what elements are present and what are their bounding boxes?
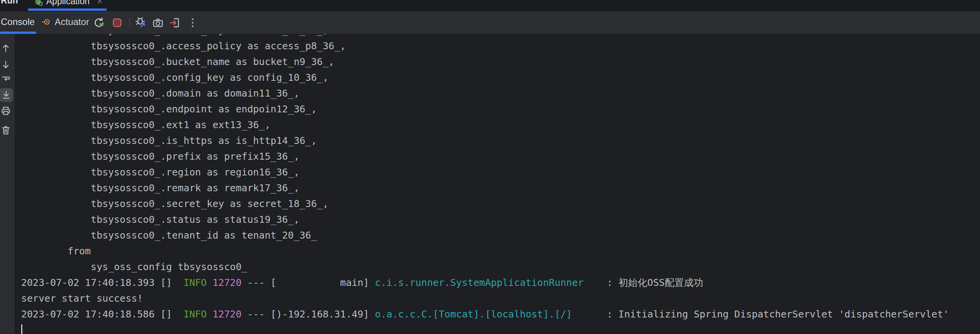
console-toolbar: Console Actuator xyxy=(0,11,980,34)
console-line: tbsysossco0_.config_key as config_10_36_… xyxy=(21,70,949,85)
tab-actuator[interactable]: Actuator xyxy=(39,11,91,34)
spring-boot-run-icon xyxy=(34,0,44,7)
text-caret xyxy=(21,324,22,334)
tab-console[interactable]: Console xyxy=(0,11,37,34)
console-line: 2023-07-02 17:40:18.393 [] INFO 12720 --… xyxy=(21,275,949,291)
clear-all-button[interactable] xyxy=(0,124,12,136)
toolbar-divider xyxy=(129,18,130,28)
console-line: tbsysossco0_.secret_key as secret_18_36_… xyxy=(21,196,949,212)
console-line: tbsysossco0_.remark as remark17_36_, xyxy=(21,180,949,196)
tool-window-title: Run xyxy=(1,0,18,6)
console-line: tbsysossco0_.access_policy as access_p8_… xyxy=(21,38,949,54)
thread-dump-button[interactable] xyxy=(151,16,164,29)
console-lines: tbsysossco0_.access_key as access_k7_36_… xyxy=(21,34,949,334)
console-output[interactable]: tbsysossco0_.access_key as access_k7_36_… xyxy=(15,34,980,334)
scroll-to-end-button[interactable] xyxy=(0,88,13,102)
stop-button[interactable] xyxy=(111,16,124,29)
console-line: tbsysossco0_.is_https as is_http14_36_, xyxy=(21,133,949,149)
console-line: sys_oss_config tbsysossco0_ xyxy=(21,259,949,275)
soft-wrap-button[interactable] xyxy=(0,73,12,85)
console-line: server start success! xyxy=(21,291,949,306)
exit-button[interactable] xyxy=(168,16,181,29)
rerun-button[interactable] xyxy=(92,16,106,29)
tab-console-label: Console xyxy=(1,17,35,27)
down-the-stack-trace-button[interactable] xyxy=(0,59,12,70)
console-line: tbsysossco0_.tenant_id as tenant_20_36_ xyxy=(21,227,949,243)
console-line: tbsysossco0_.bucket_name as bucket_n9_36… xyxy=(21,54,949,70)
run-config-tab-application[interactable]: Application xyxy=(31,0,105,11)
console-line: tbsysossco0_.access_key as access_k7_36_… xyxy=(21,34,949,38)
close-icon[interactable] xyxy=(96,0,104,5)
console-left-toolbar xyxy=(0,34,15,334)
tool-window-header: Run Application xyxy=(0,0,980,11)
tab-actuator-label: Actuator xyxy=(55,17,89,27)
console-line: 2023-07-02 17:40:18.586 [] INFO 12720 --… xyxy=(21,306,949,322)
up-the-stack-trace-button[interactable] xyxy=(0,42,12,54)
run-config-tab-label: Application xyxy=(46,0,90,7)
console-line: tbsysossco0_.ext1 as ext13_36_, xyxy=(21,117,949,133)
console-line: tbsysossco0_.region as region16_36_, xyxy=(21,164,949,180)
actuator-icon xyxy=(41,17,52,27)
run-tool-window: Run Application Console Actuator tbsysos… xyxy=(0,0,980,334)
console-line: from xyxy=(21,243,949,259)
attach-debugger-button[interactable] xyxy=(134,16,148,29)
print-button[interactable] xyxy=(0,105,12,117)
console-line: tbsysossco0_.status as status19_36_, xyxy=(21,212,949,227)
more-options-button[interactable] xyxy=(186,16,199,29)
console-line: tbsysossco0_.domain as domain11_36_, xyxy=(21,85,949,101)
console-line xyxy=(21,322,949,334)
console-line: tbsysossco0_.prefix as prefix15_36_, xyxy=(21,149,949,164)
console-line: tbsysossco0_.endpoint as endpoin12_36_, xyxy=(21,101,949,117)
